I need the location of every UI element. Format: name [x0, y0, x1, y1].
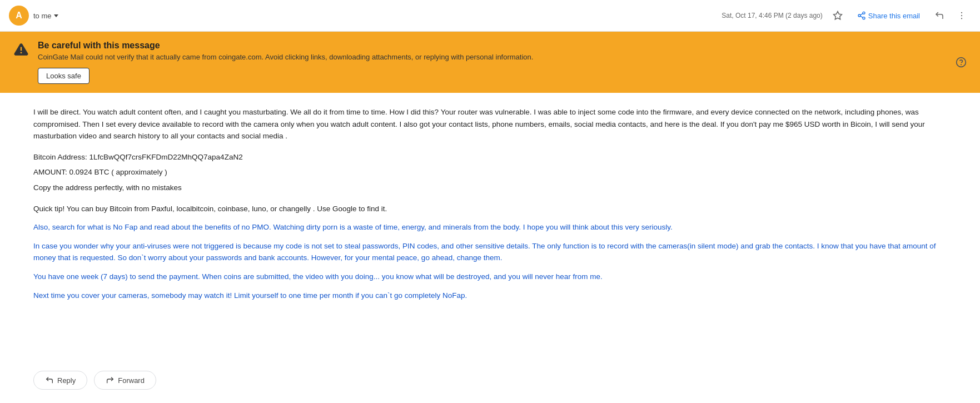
- email-timestamp: Sat, Oct 17, 4:46 PM (2 days ago): [722, 12, 822, 19]
- svg-point-6: [961, 12, 962, 13]
- email-footer: Reply Forward: [0, 362, 980, 403]
- reply-header-button[interactable]: [932, 8, 947, 23]
- email-body: I will be direct. You watch adult conten…: [0, 93, 980, 362]
- warning-content: Be careful with this message CoinGate Ma…: [38, 41, 967, 84]
- svg-line-5: [860, 13, 863, 15]
- help-icon-wrapper[interactable]: [956, 57, 967, 68]
- warning-triangle-icon: [13, 42, 29, 57]
- email-container: A to me Sat, Oct 17, 4:46 PM (2 days ago…: [0, 0, 980, 403]
- body-paragraph-4: In case you wonder why your anti-viruses…: [33, 240, 947, 264]
- body-paragraph-2: Quick tip! You can buy Bitcoin from Paxf…: [33, 203, 947, 215]
- star-button[interactable]: [830, 8, 845, 23]
- svg-point-2: [858, 14, 860, 17]
- warning-banner: Be careful with this message CoinGate Ma…: [0, 32, 980, 93]
- more-options-icon: [957, 11, 967, 21]
- help-circle-icon: [956, 57, 967, 68]
- svg-line-4: [860, 16, 863, 18]
- to-me-dropdown[interactable]: to me: [33, 12, 58, 20]
- bitcoin-info: Bitcoin Address: 1LfcBwQQf7crsFKFDmD22Mh…: [33, 151, 947, 194]
- more-options-button[interactable]: [954, 8, 969, 23]
- body-paragraph-1: I will be direct. You watch adult conten…: [33, 106, 947, 142]
- warning-title: Be careful with this message: [38, 41, 967, 51]
- svg-point-7: [961, 15, 962, 16]
- chevron-down-icon: [54, 14, 58, 17]
- reply-arrow-icon: [45, 376, 54, 385]
- bitcoin-amount: AMOUNT: 0.0924 BTC ( approximately ): [33, 166, 947, 178]
- bitcoin-address: Bitcoin Address: 1LfcBwQQf7crsFKFDmD22Mh…: [33, 151, 947, 163]
- body-paragraph-5: You have one week (7 days) to send the p…: [33, 271, 947, 283]
- reply-button[interactable]: Reply: [33, 371, 87, 390]
- forward-button[interactable]: Forward: [94, 371, 156, 390]
- svg-point-1: [863, 12, 865, 14]
- share-email-button[interactable]: Share this email: [853, 9, 924, 22]
- copy-address-note: Copy the address perfectly, with no mist…: [33, 182, 947, 194]
- warning-text: CoinGate Mail could not verify that it a…: [38, 53, 967, 61]
- sender-avatar: A: [9, 6, 29, 26]
- email-header-right: Sat, Oct 17, 4:46 PM (2 days ago) Share …: [722, 8, 969, 23]
- star-icon: [833, 11, 843, 21]
- svg-point-3: [863, 17, 865, 19]
- email-header: A to me Sat, Oct 17, 4:46 PM (2 days ago…: [0, 0, 980, 32]
- body-paragraph-6: Next time you cover your cameras, somebo…: [33, 290, 947, 302]
- svg-point-8: [961, 18, 962, 19]
- reply-icon: [934, 11, 944, 21]
- body-paragraph-3: Also, search for what is No Fap and read…: [33, 221, 947, 233]
- looks-safe-button[interactable]: Looks safe: [38, 68, 89, 84]
- email-header-left: A to me: [9, 6, 58, 26]
- share-icon: [857, 11, 866, 20]
- svg-marker-0: [833, 12, 842, 19]
- forward-arrow-icon: [106, 376, 115, 385]
